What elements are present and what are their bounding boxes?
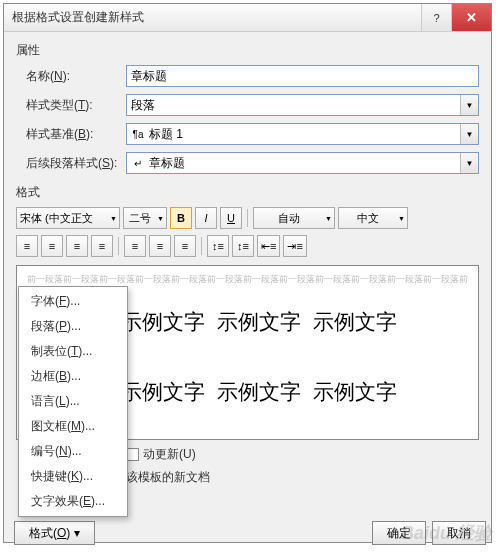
- window-title: 根据格式设置创建新样式: [12, 9, 421, 26]
- name-label: 名称(N):: [16, 68, 126, 85]
- line-spacing-2-button[interactable]: ≡: [174, 235, 196, 257]
- format-popup-menu: 字体(F)... 段落(P)... 制表位(T)... 边框(B)... 语言(…: [18, 286, 128, 517]
- align-justify-button[interactable]: ≡: [91, 235, 113, 257]
- close-button[interactable]: ✕: [451, 4, 491, 31]
- following-style-combo[interactable]: ↵章标题▼: [126, 152, 479, 174]
- line-spacing-15-button[interactable]: ≡: [149, 235, 171, 257]
- chevron-down-icon[interactable]: ▼: [460, 124, 478, 144]
- based-on-label: 样式基准(B):: [16, 126, 126, 143]
- format-toolbar-1: 宋体 (中文正文▼ 二号▼ B I U 自动▼ 中文▼: [16, 207, 479, 229]
- chevron-down-icon: ▼: [398, 215, 405, 222]
- align-center-button[interactable]: ≡: [41, 235, 63, 257]
- paragraph-icon: ¶a: [131, 127, 145, 141]
- style-type-combo[interactable]: 段落▼: [126, 94, 479, 116]
- menu-text-effects[interactable]: 文字效果(E)...: [19, 489, 127, 514]
- bold-button[interactable]: B: [170, 207, 192, 229]
- menu-language[interactable]: 语言(L)...: [19, 389, 127, 414]
- auto-update-label: 动更新(U): [143, 446, 196, 463]
- menu-tabs[interactable]: 制表位(T)...: [19, 339, 127, 364]
- enter-icon: ↵: [131, 156, 145, 170]
- format-section-label: 格式: [16, 184, 479, 201]
- indent-decrease-button[interactable]: ⇤≡: [257, 235, 280, 257]
- underline-button[interactable]: U: [220, 207, 242, 229]
- menu-frame[interactable]: 图文框(M)...: [19, 414, 127, 439]
- align-right-button[interactable]: ≡: [66, 235, 88, 257]
- line-spacing-1-button[interactable]: ≡: [124, 235, 146, 257]
- menu-numbering[interactable]: 编号(N)...: [19, 439, 127, 464]
- menu-font[interactable]: 字体(F)...: [19, 289, 127, 314]
- dialog-buttonbar: 确定 取消: [14, 521, 486, 545]
- chevron-down-icon[interactable]: ▼: [460, 153, 478, 173]
- based-on-combo[interactable]: ¶a标题 1▼: [126, 123, 479, 145]
- cancel-button[interactable]: 取消: [432, 521, 486, 545]
- align-left-button[interactable]: ≡: [16, 235, 38, 257]
- indent-increase-button[interactable]: ⇥≡: [283, 235, 306, 257]
- format-toolbar-2: ≡ ≡ ≡ ≡ ≡ ≡ ≡ ↕≡ ↕≡ ⇤≡ ⇥≡: [16, 235, 479, 257]
- following-style-label: 后续段落样式(S):: [16, 155, 126, 172]
- font-color-combo[interactable]: 自动▼: [253, 207, 335, 229]
- menu-shortcut[interactable]: 快捷键(K)...: [19, 464, 127, 489]
- language-combo[interactable]: 中文▼: [338, 207, 408, 229]
- chevron-down-icon: ▼: [325, 215, 332, 222]
- menu-border[interactable]: 边框(B)...: [19, 364, 127, 389]
- style-dialog: 根据格式设置创建新样式 ? ✕ 属性 名称(N): 样式类型(T): 段落▼ 样…: [3, 3, 492, 543]
- help-button[interactable]: ?: [421, 4, 451, 31]
- new-doc-label: 该模板的新文档: [126, 469, 210, 486]
- ok-button[interactable]: 确定: [372, 521, 426, 545]
- titlebar: 根据格式设置创建新样式 ? ✕: [4, 4, 491, 32]
- chevron-down-icon: ▼: [110, 215, 117, 222]
- chevron-down-icon: ▼: [157, 215, 164, 222]
- font-family-combo[interactable]: 宋体 (中文正文▼: [16, 207, 120, 229]
- chevron-down-icon[interactable]: ▼: [460, 95, 478, 115]
- menu-paragraph[interactable]: 段落(P)...: [19, 314, 127, 339]
- style-type-label: 样式类型(T):: [16, 97, 126, 114]
- properties-section-label: 属性: [16, 42, 479, 59]
- name-input[interactable]: [126, 65, 479, 87]
- italic-button[interactable]: I: [195, 207, 217, 229]
- space-decrease-button[interactable]: ↕≡: [232, 235, 254, 257]
- font-size-combo[interactable]: 二号▼: [123, 207, 167, 229]
- space-increase-button[interactable]: ↕≡: [207, 235, 229, 257]
